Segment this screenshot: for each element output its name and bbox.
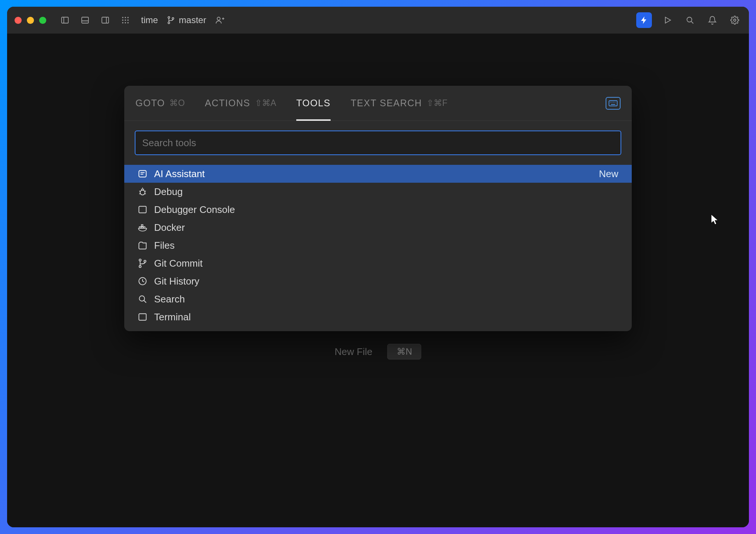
tab-text-search-label: TEXT SEARCH bbox=[351, 98, 422, 109]
tab-tools[interactable]: TOOLS bbox=[296, 86, 331, 120]
search-button[interactable] bbox=[683, 13, 697, 27]
console-icon bbox=[138, 205, 147, 214]
svg-point-22 bbox=[687, 17, 692, 22]
settings-button[interactable] bbox=[728, 13, 741, 27]
hint-shortcut: ⌘N bbox=[387, 344, 421, 359]
add-user-icon bbox=[215, 16, 224, 25]
svg-marker-21 bbox=[665, 17, 671, 23]
item-label: Files bbox=[154, 240, 618, 251]
svg-rect-0 bbox=[62, 17, 68, 23]
svg-rect-4 bbox=[102, 17, 109, 23]
svg-rect-2 bbox=[82, 17, 88, 23]
git-commit-icon bbox=[138, 258, 147, 268]
svg-point-24 bbox=[734, 19, 736, 21]
item-label: Debugger Console bbox=[154, 204, 618, 216]
terminal-icon bbox=[138, 312, 147, 322]
new-file-hint: New File ⌘N bbox=[335, 344, 421, 359]
svg-point-13 bbox=[125, 22, 126, 23]
svg-point-7 bbox=[125, 17, 126, 18]
svg-rect-46 bbox=[141, 224, 143, 226]
mouse-cursor bbox=[711, 214, 719, 225]
titlebar: time master bbox=[7, 7, 749, 34]
tab-goto-label: GOTO bbox=[135, 98, 165, 109]
tab-goto[interactable]: GOTO ⌘O bbox=[135, 86, 185, 120]
panel-right-toggle[interactable] bbox=[99, 13, 112, 27]
tab-actions[interactable]: ACTIONS ⇧⌘A bbox=[205, 86, 276, 120]
window-minimize-button[interactable] bbox=[27, 17, 34, 24]
palette-results: AI Assistant New Debug Debugger Console … bbox=[124, 165, 632, 331]
git-branch-selector[interactable]: master bbox=[167, 15, 206, 25]
window-close-button[interactable] bbox=[15, 17, 22, 24]
tab-actions-shortcut: ⇧⌘A bbox=[255, 98, 276, 108]
svg-point-11 bbox=[127, 19, 129, 21]
svg-point-16 bbox=[168, 22, 170, 24]
search-icon bbox=[138, 294, 147, 304]
svg-line-40 bbox=[141, 189, 142, 190]
svg-rect-25 bbox=[609, 101, 617, 106]
item-label: Debug bbox=[154, 186, 618, 198]
svg-point-6 bbox=[122, 17, 124, 18]
palette-search-input[interactable] bbox=[135, 131, 621, 155]
app-window: time master bbox=[7, 7, 749, 527]
item-label: Docker bbox=[154, 222, 618, 233]
window-fullscreen-button[interactable] bbox=[39, 17, 46, 24]
palette-item-debugger-console[interactable]: Debugger Console bbox=[124, 201, 632, 219]
svg-rect-31 bbox=[139, 170, 146, 177]
svg-point-12 bbox=[122, 22, 124, 23]
tab-text-search[interactable]: TEXT SEARCH ⇧⌘F bbox=[351, 86, 447, 120]
panel-left-icon bbox=[60, 16, 69, 25]
svg-line-23 bbox=[691, 21, 693, 23]
svg-point-10 bbox=[125, 19, 126, 21]
project-name[interactable]: time bbox=[141, 15, 158, 25]
search-icon bbox=[685, 16, 694, 25]
item-label: Search bbox=[154, 293, 618, 305]
git-branch-icon bbox=[167, 16, 175, 24]
svg-point-47 bbox=[139, 259, 141, 261]
svg-line-52 bbox=[144, 300, 146, 302]
palette-item-git-commit[interactable]: Git Commit bbox=[124, 254, 632, 272]
grid-icon bbox=[121, 16, 130, 25]
gear-icon bbox=[730, 16, 739, 25]
add-user-button[interactable] bbox=[213, 13, 227, 27]
palette-item-terminal[interactable]: Terminal bbox=[124, 308, 632, 326]
svg-point-15 bbox=[168, 16, 170, 18]
play-icon bbox=[663, 16, 672, 25]
svg-rect-53 bbox=[139, 314, 146, 320]
debug-icon bbox=[138, 187, 147, 197]
keyboard-toggle-button[interactable] bbox=[606, 97, 621, 110]
branch-name: master bbox=[179, 15, 206, 25]
svg-point-8 bbox=[127, 17, 129, 18]
window-controls bbox=[15, 17, 46, 24]
item-label: Git History bbox=[154, 276, 618, 287]
palette-item-files[interactable]: Files bbox=[124, 236, 632, 254]
tab-text-search-shortcut: ⇧⌘F bbox=[427, 98, 447, 108]
ai-assistant-button[interactable] bbox=[636, 12, 652, 28]
files-icon bbox=[138, 241, 147, 250]
svg-point-51 bbox=[139, 296, 144, 301]
svg-point-18 bbox=[217, 17, 220, 20]
tab-tools-label: TOOLS bbox=[296, 98, 331, 109]
panel-left-toggle[interactable] bbox=[58, 13, 72, 27]
run-button[interactable] bbox=[661, 13, 674, 27]
tab-goto-shortcut: ⌘O bbox=[169, 98, 185, 108]
panel-bottom-toggle[interactable] bbox=[78, 13, 92, 27]
ai-icon bbox=[138, 169, 147, 179]
item-label: Terminal bbox=[154, 311, 618, 323]
notifications-button[interactable] bbox=[706, 13, 719, 27]
palette-item-search[interactable]: Search bbox=[124, 290, 632, 308]
svg-point-14 bbox=[127, 22, 129, 23]
grid-menu-button[interactable] bbox=[119, 13, 132, 27]
palette-item-ai-assistant[interactable]: AI Assistant New bbox=[124, 165, 632, 183]
item-badge: New bbox=[599, 168, 618, 180]
palette-item-docker[interactable]: Docker bbox=[124, 219, 632, 236]
command-palette: GOTO ⌘O ACTIONS ⇧⌘A TOOLS TEXT SEARCH ⇧⌘… bbox=[124, 86, 632, 331]
keyboard-icon bbox=[609, 100, 618, 106]
palette-item-debug[interactable]: Debug bbox=[124, 183, 632, 201]
palette-item-git-history[interactable]: Git History bbox=[124, 272, 632, 290]
lightning-icon bbox=[640, 16, 649, 25]
tab-actions-label: ACTIONS bbox=[205, 98, 250, 109]
panel-bottom-icon bbox=[81, 16, 90, 25]
editor-area: New File ⌘N GOTO ⌘O ACTIONS ⇧⌘A TOOLS TE… bbox=[7, 34, 749, 527]
svg-point-48 bbox=[139, 266, 141, 267]
item-label: AI Assistant bbox=[154, 168, 592, 180]
